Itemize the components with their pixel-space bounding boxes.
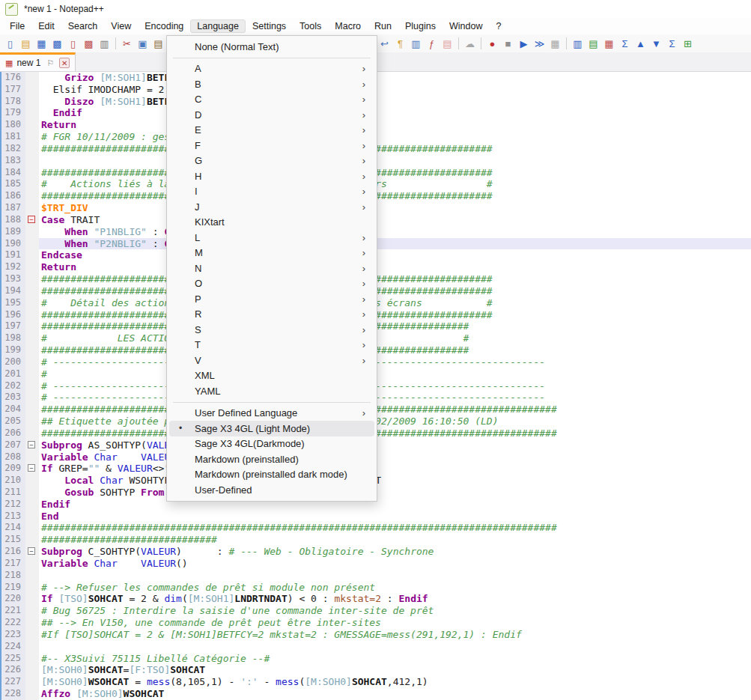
menu-item-o[interactable]: O› [169, 276, 374, 292]
menubar-item-encoding[interactable]: Encoding [138, 19, 190, 33]
code-line[interactable]: [M:SOH0]SOHCAT=[F:TSO]SOHCAT [39, 664, 751, 676]
open-file-icon[interactable]: ▤ [19, 37, 33, 51]
fold-marker-icon[interactable]: − [28, 547, 35, 555]
run-macro-multiple-times-icon[interactable]: ≫ [532, 37, 547, 51]
menubar-item-view[interactable]: View [104, 19, 138, 33]
code-line[interactable]: [M:SOH0]WSOHCAT = mess(8,105,1) - ':' - … [39, 676, 751, 688]
code-line[interactable]: ########################################… [39, 320, 751, 332]
function-list-icon[interactable]: ▦ [602, 37, 616, 51]
code-line[interactable]: If [TSO]SOHCAT = 2 & dim([M:SOH1]LNDRTND… [39, 593, 751, 605]
code-line[interactable]: # Bug 56725 : Interdire la saisie d'une … [39, 605, 751, 617]
code-line[interactable]: Return [39, 119, 751, 131]
close-all-icon[interactable]: ▩ [82, 37, 96, 51]
menubar-item-tools[interactable]: Tools [293, 19, 328, 33]
code-line[interactable]: #If [TSO]SOHCAT = 2 & [M:SOH1]BETFCY=2 m… [39, 629, 751, 641]
menubar-item-help[interactable]: ? [489, 19, 508, 33]
code-line[interactable]: ########################################… [39, 344, 751, 356]
save-recorded-macro-icon[interactable]: ▦ [548, 37, 562, 51]
save-icon[interactable]: ▦ [34, 37, 49, 51]
fold-marker-icon[interactable]: − [28, 216, 35, 223]
code-line[interactable] [39, 570, 751, 582]
menu-item-v[interactable]: V› [169, 353, 374, 368]
code-line[interactable]: ########################################… [39, 522, 751, 534]
menubar-item-language[interactable]: Language [190, 19, 246, 33]
code-line[interactable]: Variable Char VALEUR() [39, 451, 751, 463]
menu-item-e[interactable]: E› [169, 123, 374, 139]
tab-new-1[interactable]: ▦ new 1 ⚐ ✕ [0, 52, 76, 71]
document-list-icon[interactable]: ▤ [586, 37, 601, 51]
menubar-item-macro[interactable]: Macro [328, 19, 368, 33]
menubar-item-file[interactable]: File [3, 19, 31, 33]
copy-icon[interactable]: ▣ [136, 37, 150, 51]
column-editor-icon[interactable]: ⊞ [681, 37, 695, 51]
code-line[interactable]: ########################################… [39, 309, 751, 321]
menu-item-j[interactable]: J› [169, 199, 374, 215]
code-line[interactable]: # --------------------------------------… [39, 392, 751, 404]
menu-item-markdown-preinstalled-dark-mode[interactable]: Markdown (preinstalled dark mode) [169, 467, 374, 483]
menu-item-none-normal-text[interactable]: None (Normal Text) [169, 39, 374, 55]
code-line[interactable]: # --------------------------------------… [39, 356, 751, 368]
code-line[interactable]: Elsif IMODCHAMP = 2 [39, 84, 751, 96]
menubar-item-window[interactable]: Window [443, 19, 489, 33]
playback-macro-icon[interactable]: ▶ [517, 37, 531, 51]
menu-item-kixtart[interactable]: KIXtart [169, 215, 374, 231]
show-all-characters-icon[interactable]: ¶ [393, 37, 407, 51]
code-line[interactable]: Grizo [M:SOH1]BETFCY [39, 72, 751, 84]
menu-item-s[interactable]: S› [169, 322, 374, 338]
menu-item-user-defined[interactable]: User-Defined [169, 482, 374, 498]
menu-item-h[interactable]: H› [169, 168, 374, 184]
pin-tab-icon[interactable]: ⚐ [46, 58, 54, 68]
menu-item-sage-x3-4gl-light-mode[interactable]: •Sage X3 4GL (Light Mode) [169, 421, 374, 436]
menubar-item-search[interactable]: Search [61, 19, 105, 33]
code-line[interactable]: # Actions liés à la gestion des boutons … [39, 178, 751, 190]
menu-item-i[interactable]: I› [169, 184, 374, 200]
code-line[interactable]: Diszo [M:SOH1]BETFCY [39, 96, 751, 108]
code-line[interactable]: ############################## [39, 534, 751, 546]
define-your-language-icon[interactable]: ƒ [425, 37, 439, 51]
code-line-current[interactable]: When "P2NBLIG" : Gosub P2NBLIG [39, 238, 751, 250]
code-line[interactable]: # FGR 10/11/2009 : gestion boutons diver… [39, 131, 751, 143]
menu-item-r[interactable]: R› [169, 307, 374, 323]
close-tab-icon[interactable]: ✕ [59, 58, 70, 68]
unfold-all-icon[interactable]: Σ [665, 37, 679, 51]
code-line[interactable]: Affzo [M:SOH0]WSOHCAT [39, 688, 751, 700]
code-line[interactable]: # LES ACTIONS LIEES AUX BOUTONS DE LA FE… [39, 332, 751, 344]
code-line[interactable]: ########################################… [39, 404, 751, 416]
code-line[interactable]: Return [39, 261, 751, 273]
code-line[interactable]: End [39, 511, 751, 523]
code-line[interactable]: # --> Refuser les commandes de prêt si m… [39, 582, 751, 594]
cloud-icon[interactable]: ☁ [463, 37, 477, 51]
code-line[interactable]: Case TRAIT [39, 214, 751, 226]
menu-item-m[interactable]: M› [169, 246, 374, 261]
code-line[interactable]: ########################################… [39, 427, 751, 439]
code-line[interactable]: Endif [39, 499, 751, 511]
menu-item-p[interactable]: P› [169, 291, 374, 307]
code-line[interactable] [39, 155, 751, 167]
cut-icon[interactable]: ✂ [120, 37, 134, 51]
code-line[interactable]: ########################################… [39, 190, 751, 202]
menubar-item-edit[interactable]: Edit [31, 19, 61, 33]
save-all-icon[interactable]: ▩ [50, 37, 64, 51]
code-line[interactable]: ## Etiquette ajoutée par la fonctionnali… [39, 416, 751, 427]
collapse-current-level-icon[interactable]: ▲ [633, 37, 648, 51]
menu-item-f[interactable]: F› [169, 138, 374, 153]
paste-icon[interactable]: ▤ [151, 37, 165, 51]
code-line[interactable]: # [39, 368, 751, 380]
close-icon[interactable]: ▯ [66, 37, 80, 51]
code-line[interactable] [39, 641, 751, 653]
fold-all-icon[interactable]: Σ [618, 37, 632, 51]
menu-item-d[interactable]: D› [169, 107, 374, 123]
code-line[interactable]: ########################################… [39, 143, 751, 155]
fold-marker-icon[interactable]: − [28, 441, 35, 448]
code-line[interactable]: ########################################… [39, 273, 751, 285]
print-icon[interactable]: ▥ [97, 37, 112, 51]
file-monitoring-icon[interactable]: ▤ [440, 37, 454, 51]
menu-item-b[interactable]: B› [169, 76, 374, 92]
menu-item-sage-x3-4gl-darkmode[interactable]: Sage X3 4GL(Darkmode) [169, 436, 374, 452]
code-line[interactable]: ## --> En V150, une commande de prêt peu… [39, 617, 751, 629]
code-line[interactable]: #-- X3Suivi 75115 Libellé Catégorie --# [39, 653, 751, 665]
fold-marker-icon[interactable]: − [28, 464, 35, 472]
menubar-item-settings[interactable]: Settings [246, 19, 293, 33]
indent-guide-icon[interactable]: ▥ [409, 37, 423, 51]
menu-item-user-defined-language[interactable]: User Defined Language› [169, 406, 374, 421]
